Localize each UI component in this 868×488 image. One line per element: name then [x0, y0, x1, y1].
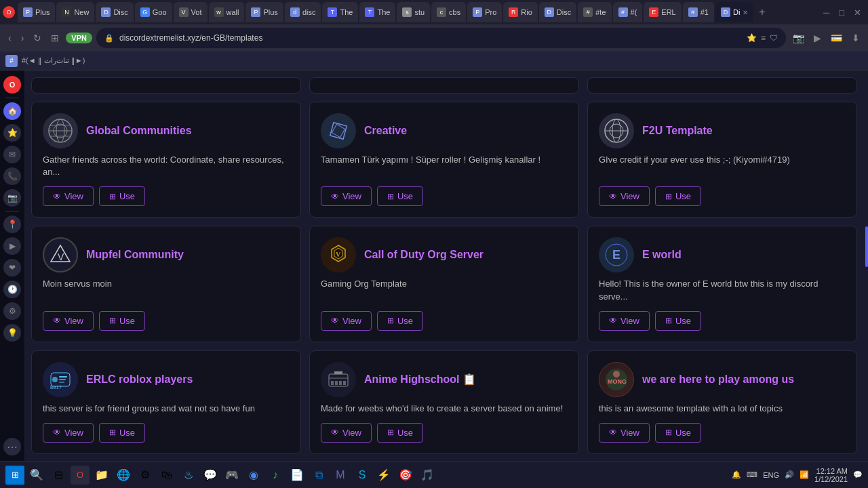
- back-button[interactable]: ‹: [5, 30, 14, 46]
- volume-icon[interactable]: 🔊: [785, 470, 794, 479]
- close-button[interactable]: ✕: [850, 6, 865, 19]
- scroll-thumb[interactable]: [865, 226, 868, 267]
- sidebar-map-icon[interactable]: 📍: [3, 216, 21, 233]
- tab-stu[interactable]: s stu: [397, 2, 430, 22]
- tab-disc1[interactable]: D Disc: [96, 2, 133, 22]
- discord-icon[interactable]: 💬: [201, 466, 220, 485]
- sidebar-play-icon[interactable]: ▶: [3, 237, 21, 255]
- screenshot-button[interactable]: 📷: [790, 30, 807, 46]
- use-button[interactable]: ⊞ Use: [99, 186, 145, 206]
- tab-di-active[interactable]: D Di ✕: [715, 2, 753, 22]
- task-view-button[interactable]: ⊟: [49, 466, 68, 485]
- wallet-button[interactable]: 💳: [828, 30, 845, 46]
- use-button[interactable]: ⊞ Use: [377, 186, 423, 206]
- sidebar-opera-icon[interactable]: O: [3, 76, 21, 94]
- shield-icon[interactable]: 🛡: [770, 33, 778, 43]
- content-area[interactable]: Global Communities Gather friends across…: [24, 70, 864, 461]
- tab-hash3[interactable]: # #1: [683, 2, 714, 22]
- notification-icon[interactable]: 🔔: [732, 470, 741, 479]
- view-button[interactable]: 👁 View: [43, 186, 94, 206]
- tab-the1[interactable]: T The: [322, 2, 358, 22]
- sidebar-history-icon[interactable]: 🕐: [3, 281, 21, 298]
- chrome-icon[interactable]: ◉: [244, 466, 263, 485]
- star-icon[interactable]: ⭐: [747, 33, 757, 43]
- game2-icon[interactable]: 🎯: [396, 466, 415, 485]
- store-icon[interactable]: 🛍: [157, 466, 176, 485]
- network-icon[interactable]: 📶: [800, 470, 809, 479]
- svg-rect-21: [59, 382, 64, 383]
- steam-icon[interactable]: ♨: [179, 466, 198, 485]
- start-button[interactable]: ⊞: [5, 466, 24, 485]
- game-icon[interactable]: 🎮: [222, 466, 241, 485]
- tab-the2[interactable]: T The: [359, 2, 395, 22]
- view-button[interactable]: 👁 View: [321, 423, 372, 443]
- scroll-indicator[interactable]: [864, 70, 868, 461]
- file-explorer-icon[interactable]: 📁: [92, 466, 111, 485]
- use-button[interactable]: ⊞ Use: [99, 423, 145, 443]
- use-button[interactable]: ⊞ Use: [99, 311, 145, 331]
- reload-button[interactable]: ↻: [31, 30, 44, 46]
- tab-hash2[interactable]: # #(: [613, 2, 643, 22]
- sidebar-messages-icon[interactable]: ✉: [3, 146, 21, 163]
- tab-disc2[interactable]: d disc: [285, 2, 321, 22]
- tab-plus[interactable]: P Plus: [18, 2, 55, 22]
- view-label: View: [620, 428, 639, 438]
- sidebar-instagram-icon[interactable]: 📷: [3, 189, 21, 207]
- view-button[interactable]: 👁 View: [599, 423, 650, 443]
- teams-icon[interactable]: M: [331, 466, 350, 485]
- spotify-icon[interactable]: ♪: [266, 466, 285, 485]
- forward-button[interactable]: ›: [18, 30, 27, 46]
- view-button[interactable]: 👁 View: [599, 311, 650, 331]
- file-icon[interactable]: 📄: [288, 466, 307, 485]
- tab-plus2[interactable]: P Plus: [245, 2, 283, 22]
- home-button[interactable]: ⊞: [48, 30, 62, 46]
- tab-label: Rio: [521, 8, 532, 16]
- view-button[interactable]: 👁 View: [321, 186, 372, 206]
- view-button[interactable]: 👁 View: [321, 311, 372, 331]
- power-icon[interactable]: ⚡: [374, 466, 393, 485]
- tab-erl[interactable]: E ERL: [644, 2, 681, 22]
- search-taskbar-button[interactable]: 🔍: [27, 466, 46, 485]
- sidebar-home-icon[interactable]: 🏠: [3, 102, 21, 120]
- sidebar-heart-icon[interactable]: ❤: [3, 259, 21, 277]
- tab-pro[interactable]: P Pro: [467, 2, 502, 22]
- sidebar-star-icon[interactable]: ⭐: [3, 124, 21, 142]
- tab-vot[interactable]: V Vot: [174, 2, 208, 22]
- browser-taskbar-icon[interactable]: O: [71, 466, 90, 485]
- use-button[interactable]: ⊞ Use: [655, 186, 701, 206]
- downloads-button[interactable]: ⬇: [849, 30, 863, 46]
- sidebar-settings-icon[interactable]: ⚙: [3, 302, 21, 320]
- vscode-icon[interactable]: ⧉: [309, 466, 328, 485]
- tab-cbs[interactable]: c cbs: [431, 2, 466, 22]
- address-bar[interactable]: 🔒 discordextremelist.xyz/en-GB/templates…: [96, 28, 786, 48]
- settings-taskbar-icon[interactable]: ⚙: [136, 466, 155, 485]
- notification-center-icon[interactable]: 💬: [853, 470, 863, 479]
- use-button[interactable]: ⊞ Use: [377, 311, 423, 331]
- sidebar-more-icon[interactable]: ⋯: [3, 438, 21, 455]
- music-icon[interactable]: 🎵: [418, 466, 437, 485]
- tab-close-icon[interactable]: ✕: [743, 9, 748, 16]
- tab-hash[interactable]: # #te: [578, 2, 611, 22]
- flow-button[interactable]: ▶: [811, 30, 824, 46]
- skype-icon[interactable]: S: [353, 466, 372, 485]
- view-button[interactable]: 👁 View: [43, 423, 94, 443]
- tab-new[interactable]: N New: [56, 2, 94, 22]
- tab-rio[interactable]: R Rio: [503, 2, 538, 22]
- maximize-button[interactable]: □: [835, 6, 848, 19]
- tab-disc3[interactable]: D Disc: [539, 2, 576, 22]
- new-tab-button[interactable]: +: [755, 6, 769, 18]
- view-button[interactable]: 👁 View: [599, 186, 650, 206]
- reader-icon[interactable]: ≡: [761, 33, 766, 43]
- card-header: V Call of Duty Org Server: [321, 237, 568, 272]
- use-button[interactable]: ⊞ Use: [377, 423, 423, 443]
- card-header: E E world: [599, 237, 846, 272]
- sidebar-light-icon[interactable]: 💡: [3, 324, 21, 342]
- minimize-button[interactable]: ─: [819, 6, 833, 19]
- tab-wall[interactable]: w wall: [209, 2, 245, 22]
- edge-icon[interactable]: 🌐: [114, 466, 133, 485]
- use-button[interactable]: ⊞ Use: [655, 423, 701, 443]
- sidebar-phone-icon[interactable]: 📞: [3, 167, 21, 185]
- use-button[interactable]: ⊞ Use: [655, 311, 701, 331]
- tab-goo[interactable]: G Goo: [135, 2, 172, 22]
- view-button[interactable]: 👁 View: [43, 311, 94, 331]
